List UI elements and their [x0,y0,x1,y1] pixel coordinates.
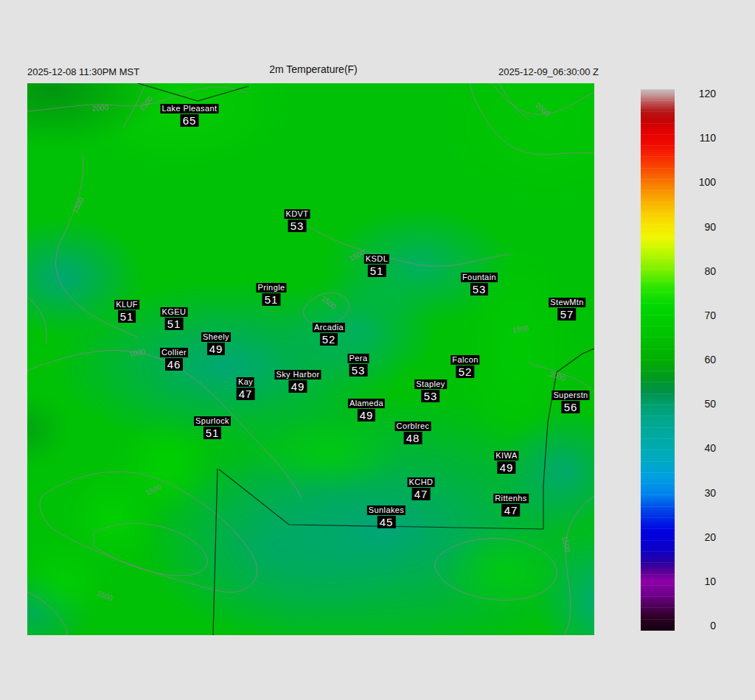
valid-time-utc: 2025-12-09_06:30:00 Z [498,66,599,77]
station-name: Sheely [201,332,231,342]
temperature-map: 2000250020001500100015001500150020001500… [27,83,594,635]
station-value: 51 [364,265,389,277]
station-value: 51 [194,427,231,439]
colorbar-tick-100: 100 [683,175,716,189]
station-value: 51 [161,318,188,330]
station-kay: Kay47 [237,375,255,400]
colorbar-tick-50: 50 [683,397,716,410]
colorbar-tick-80: 80 [683,265,716,278]
colorbar-tick-40: 40 [683,441,716,455]
station-value: 53 [348,364,369,377]
station-value: 57 [549,308,585,321]
station-kchd: KCHD47 [408,475,435,500]
station-value: 51 [256,293,286,306]
station-value: 52 [450,365,479,378]
station-kgeu: KGEU51 [161,305,188,330]
page-title: 2m Temperature(F) [269,63,358,75]
station-name: KGEU [161,307,188,317]
colorbar-tick-60: 60 [683,353,716,366]
station-falcon: Falcon52 [450,353,479,378]
station-sheely: Sheely49 [201,330,231,355]
station-value: 48 [395,432,431,444]
station-value: 46 [160,358,188,371]
station-name: KSDL [364,254,389,264]
station-spurlock: Spurlock51 [194,414,231,439]
station-value: 52 [313,333,345,346]
station-name: KIWA [494,451,518,461]
station-readings: Lake Pleasant65KDVT53KSDL51Fountain53Ste… [27,83,594,635]
station-name: Fountain [461,273,498,282]
station-stewmtn: StewMtn57 [549,295,585,321]
colorbar: 1201101009080706050403020100 [641,89,755,631]
station-collier: Collier46 [160,346,188,371]
station-ksdl: KSDL51 [364,252,389,277]
station-corblrec: Corblrec48 [395,419,431,444]
station-name: Collier [160,348,188,357]
station-value: 51 [114,310,139,323]
colorbar-tick-120: 120 [683,87,716,100]
station-value: 47 [493,504,529,517]
station-name: Sunlakes [367,505,406,515]
station-value: 53 [461,283,498,295]
station-name: Corblrec [395,421,431,431]
station-value: 47 [408,488,435,500]
station-name: Rittenhs [493,494,529,503]
station-value: 53 [414,390,447,402]
station-name: KDVT [285,209,310,219]
station-value: 49 [274,380,321,393]
station-name: Spurlock [194,416,231,426]
colorbar-steps [641,89,675,631]
station-name: KLUF [114,300,139,309]
station-value: 56 [552,401,589,413]
colorbar-tick-20: 20 [683,531,716,544]
valid-time-local: 2025-12-08 11:30PM MST [27,66,139,77]
station-name: KCHD [408,477,435,487]
station-name: Lake Pleasant [161,104,219,113]
station-name: Sky Harbor [274,370,321,379]
contour-label-2000: 2000 [92,103,109,113]
colorbar-tick-30: 30 [683,486,716,500]
station-name: Alameda [348,399,385,408]
station-fountain: Fountain53 [461,270,498,295]
station-value: 47 [237,388,255,400]
station-value: 49 [201,343,231,355]
colorbar-tick-0: 0 [683,619,716,632]
station-pera: Pera53 [348,351,369,377]
station-arcadia: Arcadia52 [313,321,345,346]
station-value: 53 [285,220,310,232]
station-sunlakes: Sunlakes45 [367,503,406,528]
station-kiwa: KIWA49 [494,449,518,474]
station-lake-pleasant: Lake Pleasant65 [161,102,219,127]
colorbar-tick-70: 70 [683,309,716,322]
station-name: Pringle [256,283,286,293]
station-value: 65 [161,114,219,127]
colorbar-tick-10: 10 [683,575,716,588]
station-superstn: Superstn56 [552,388,589,413]
station-sky-harbor: Sky Harbor49 [274,368,321,393]
station-name: StewMtn [549,298,585,307]
station-stapley: Stapley53 [414,377,447,402]
station-name: Kay [237,377,254,387]
station-pringle: Pringle51 [256,281,286,306]
colorbar-tick-110: 110 [683,131,716,144]
station-name: Superstn [552,391,589,400]
station-value: 49 [494,461,518,474]
station-rittenhs: Rittenhs47 [493,491,529,517]
station-value: 45 [367,516,406,528]
station-kdvt: KDVT53 [285,207,310,232]
station-name: Stapley [414,379,447,389]
station-value: 49 [348,409,385,421]
station-alameda: Alameda49 [348,396,385,421]
colorbar-tick-90: 90 [683,220,716,234]
station-name: Arcadia [313,323,345,332]
station-name: Falcon [450,355,479,365]
station-kluf: KLUF51 [114,298,139,323]
station-name: Pera [348,354,369,363]
